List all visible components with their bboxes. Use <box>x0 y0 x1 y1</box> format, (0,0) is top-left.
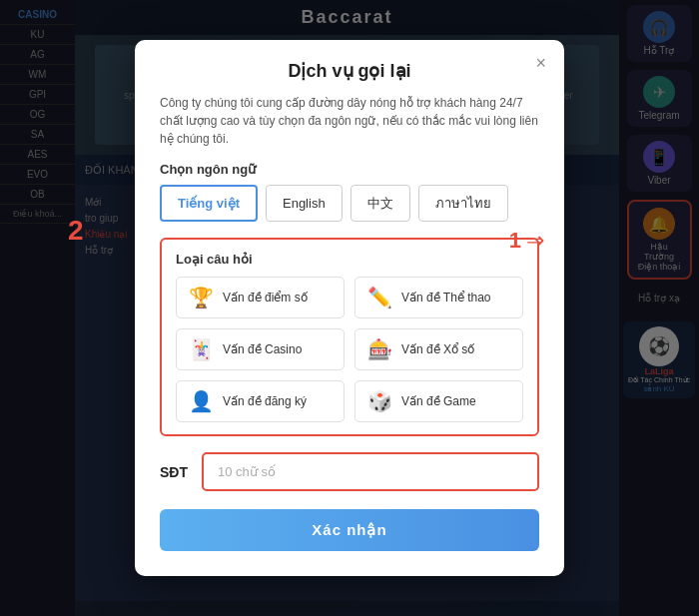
casino-label: Vấn đề Casino <box>223 342 302 356</box>
casino-icon: 🃏 <box>187 337 215 361</box>
dang-ky-icon: 👤 <box>187 389 215 413</box>
modal-dialog: Dịch vụ gọi lại × Công ty chúng tôi cung… <box>135 40 564 576</box>
diem-so-label: Vấn đề điểm số <box>223 291 308 305</box>
phone-label: SĐT <box>160 464 190 480</box>
question-section-label: Loại câu hỏi <box>176 252 523 267</box>
question-item-dang-ky[interactable]: 👤 Vấn đề đăng ký <box>176 380 345 422</box>
modal-close-button[interactable]: × <box>535 54 546 72</box>
badge-1-area: 1 ⇒ <box>509 228 544 254</box>
badge-2: 2 <box>68 215 84 247</box>
modal-title: Dịch vụ gọi lại <box>288 61 410 81</box>
submit-button[interactable]: Xác nhận <box>160 509 539 551</box>
arrow-icon: ⇒ <box>526 228 544 254</box>
game-label: Vấn đề Game <box>401 394 476 408</box>
badge-1: 1 <box>509 228 521 254</box>
the-thao-icon: ✏️ <box>365 286 393 309</box>
phone-input[interactable] <box>202 452 539 491</box>
lang-btn-tieng-viet[interactable]: Tiếng việt <box>160 185 258 222</box>
question-grid: 🏆 Vấn đề điểm số ✏️ Vấn đề Thể thao 🃏 Vấ… <box>176 277 523 422</box>
language-section-label: Chọn ngôn ngữ <box>160 162 539 177</box>
xo-so-label: Vấn đề Xổ số <box>401 342 474 356</box>
modal-overlay: Dịch vụ gọi lại × Công ty chúng tôi cung… <box>0 0 699 616</box>
lang-btn-chinese[interactable]: 中文 <box>350 185 410 222</box>
question-item-game[interactable]: 🎲 Vấn đề Game <box>354 380 523 422</box>
xo-so-icon: 🎰 <box>365 337 393 361</box>
question-item-diem-so[interactable]: 🏆 Vấn đề điểm số <box>176 277 345 318</box>
question-item-the-thao[interactable]: ✏️ Vấn đề Thể thao <box>354 277 523 318</box>
dang-ky-label: Vấn đề đăng ký <box>223 394 307 408</box>
lang-btn-thai[interactable]: ภาษาไทย <box>418 185 508 222</box>
diem-so-icon: 🏆 <box>187 286 215 309</box>
game-icon: 🎲 <box>365 389 393 413</box>
question-item-xo-so[interactable]: 🎰 Vấn đề Xổ số <box>354 328 523 370</box>
phone-row: SĐT <box>160 452 539 491</box>
modal-header: Dịch vụ gọi lại × <box>160 60 539 82</box>
language-group: Tiếng việt English 中文 ภาษาไทย <box>160 185 539 222</box>
question-section: Loại câu hỏi 🏆 Vấn đề điểm số ✏️ Vấn đề … <box>160 238 539 436</box>
modal-description: Công ty chúng tôi cung cấp đường dây nón… <box>160 94 539 148</box>
the-thao-label: Vấn đề Thể thao <box>401 291 491 305</box>
question-item-casino[interactable]: 🃏 Vấn đề Casino <box>176 328 345 370</box>
lang-btn-english[interactable]: English <box>266 185 343 222</box>
